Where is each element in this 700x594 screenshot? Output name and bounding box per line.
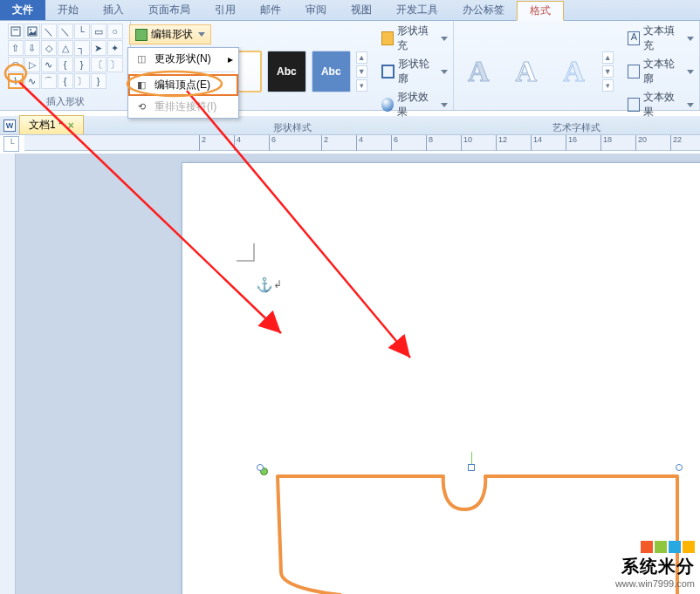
shape-outline-button[interactable]: 形状轮廓 [381, 57, 448, 86]
shapes-gallery[interactable]: ＼ ＼ └ ▭ ○ ⇧ ⇩ ◇ △ ┐ ➤ ✦ ◠ ▷ ∿ { } 〔 〕 ⌇ [8, 24, 123, 89]
shape-line2-icon[interactable]: ＼ [58, 24, 73, 39]
shape-triangle2-icon[interactable]: ▷ [24, 57, 40, 72]
ribbon-tab-strip: 文件 开始 插入 页面布局 引用 邮件 审阅 视图 开发工具 办公标签 格式 [0, 0, 700, 21]
svg-point-3 [30, 29, 31, 31]
shape-wave-icon[interactable]: ∿ [41, 57, 57, 72]
reroute-icon: ⟲ [134, 100, 149, 114]
shape-rbrace2-icon[interactable]: } [91, 73, 106, 89]
shape-bracket2-icon[interactable]: 〕 [74, 73, 90, 89]
chevron-down-icon [687, 37, 694, 41]
watermark-url: www.win7999.com [615, 578, 695, 589]
tab-mailings[interactable]: 邮件 [248, 0, 293, 20]
shape-textbox-icon[interactable] [8, 24, 24, 39]
vertical-ruler[interactable] [0, 154, 16, 594]
wordart-style-more[interactable]: ▲▼▾ [602, 51, 614, 92]
shape-arrow-down-icon[interactable]: ⇩ [24, 40, 40, 56]
edit-shape-dropdown: ◫ 更改形状(N) ▸ ◧ 编辑顶点(E) ⟲ 重排连接符(I) [127, 47, 239, 119]
text-effects-button[interactable]: 文本效果 [628, 90, 694, 119]
shape-circle-icon[interactable]: ○ [107, 24, 123, 39]
chevron-down-icon [441, 70, 448, 74]
edit-shape-label: 编辑形状 [151, 27, 193, 42]
shape-style-2[interactable]: Abc [267, 51, 306, 92]
group-insert-shapes-title: 插入形状 [46, 93, 85, 108]
shape-style-3[interactable]: Abc [312, 51, 351, 92]
close-icon[interactable]: × [68, 119, 74, 132]
shape-effects-button[interactable]: 形状效果 [381, 90, 448, 119]
text-fill-icon [628, 31, 641, 45]
group-wordart-styles-title: 艺术字样式 [552, 119, 600, 134]
chevron-down-icon [198, 32, 205, 37]
page-area[interactable]: ⚓ ↲ [16, 154, 700, 594]
shape-line-icon[interactable]: ＼ [41, 24, 57, 39]
shape-rect-icon[interactable]: ▭ [91, 24, 106, 39]
text-fill-button[interactable]: 文本填充 [628, 24, 694, 53]
wordart-style-3[interactable]: A [554, 51, 594, 92]
shape-elbow2-icon[interactable]: ┐ [74, 40, 90, 56]
watermark: 系统⽶分 www.win7999.com [615, 541, 695, 589]
tab-format[interactable]: 格式 [517, 1, 564, 21]
shape-image-icon[interactable] [24, 24, 40, 39]
tab-references[interactable]: 引用 [202, 0, 248, 20]
tab-file[interactable]: 文件 [0, 0, 45, 20]
change-shape-icon: ◫ [134, 52, 149, 66]
edit-points-icon: ◧ [134, 79, 149, 92]
wordart-style-1[interactable]: A [459, 51, 498, 92]
chevron-down-icon [441, 37, 448, 41]
menu-edit-points[interactable]: ◧ 编辑顶点(E) [128, 74, 238, 96]
shape-brace2-icon[interactable]: { [58, 73, 73, 89]
bucket-icon [381, 31, 395, 45]
shape-callout-icon[interactable]: ◠ [8, 57, 24, 72]
paragraph-mark-icon: ↲ [273, 278, 282, 290]
edit-shape-button[interactable]: 编辑形状 [129, 24, 211, 44]
menu-reroute-connectors: ⟲ 重排连接符(I) [128, 96, 238, 118]
ribbon: ＼ ＼ └ ▭ ○ ⇧ ⇩ ◇ △ ┐ ➤ ✦ ◠ ▷ ∿ { } 〔 〕 ⌇ [0, 21, 700, 111]
text-outline-button[interactable]: 文本轮廓 [628, 57, 694, 86]
shape-curve-icon[interactable]: ∿ [24, 73, 40, 89]
shape-arrowhead-icon[interactable]: ➤ [91, 40, 106, 56]
shape-arrow-up-icon[interactable]: ⇧ [8, 40, 24, 56]
text-effects-icon [628, 98, 641, 112]
edit-shape-icon [135, 29, 148, 41]
watermark-text: 系统⽶分 [615, 555, 695, 578]
text-outline-icon [628, 65, 641, 79]
tab-page-layout[interactable]: 页面布局 [136, 0, 202, 20]
tab-file-label: 文件 [12, 3, 33, 17]
document-tab[interactable]: 文档1 * × [19, 115, 84, 134]
document-tab-label: 文档1 * [29, 118, 63, 133]
workspace: ⚓ ↲ [0, 154, 700, 594]
tab-home[interactable]: 开始 [45, 0, 91, 20]
tab-view[interactable]: 视图 [339, 0, 384, 20]
margin-corner-icon [237, 243, 263, 270]
menu-separator [132, 72, 235, 72]
shape-rbracket-icon[interactable]: 〕 [107, 57, 123, 72]
shape-lbracket-icon[interactable]: 〔 [91, 57, 106, 72]
horizontal-ruler[interactable]: 2 4 6 2 4 6 8 10 12 14 16 18 20 22 [24, 135, 700, 151]
group-shape-styles-title: 形状样式 [273, 119, 312, 134]
tab-office-tabs[interactable]: 办公标签 [450, 0, 517, 20]
group-wordart-styles: A A A ▲▼▾ 文本填充 文本轮廓 文本效果 艺术字样式 [454, 21, 700, 110]
effects-icon [381, 98, 395, 112]
tab-developer[interactable]: 开发工具 [384, 0, 450, 20]
shape-star-icon[interactable]: ✦ [107, 40, 123, 56]
wordart-style-2[interactable]: A [507, 51, 546, 92]
shape-fill-button[interactable]: 形状填充 [381, 24, 448, 53]
word-doc-icon: W [3, 119, 16, 132]
shape-triangle-icon[interactable]: △ [58, 40, 73, 56]
tab-insert[interactable]: 插入 [91, 0, 136, 20]
shape-elbow-icon[interactable]: └ [74, 24, 90, 39]
anchor-icon: ⚓ [256, 277, 273, 293]
shape-rbrace-icon[interactable]: } [74, 57, 90, 72]
shape-arc-icon[interactable]: ⌒ [41, 73, 57, 89]
shape-style-more[interactable]: ▲▼▾ [356, 51, 367, 92]
shape-lbrace-icon[interactable]: { [58, 57, 73, 72]
menu-change-shape[interactable]: ◫ 更改形状(N) ▸ [128, 48, 238, 70]
group-insert-shapes: ＼ ＼ └ ▭ ○ ⇧ ⇩ ◇ △ ┐ ➤ ✦ ◠ ▷ ∿ { } 〔 〕 ⌇ [0, 21, 131, 110]
shape-freeform-icon[interactable]: ⌇ [8, 73, 24, 89]
shape-flowchart-icon[interactable]: ◇ [41, 40, 57, 56]
chevron-down-icon [441, 103, 448, 107]
pen-icon [381, 65, 395, 79]
svg-rect-0 [11, 27, 20, 36]
view-layout-icon[interactable]: └ [3, 136, 19, 152]
tab-review[interactable]: 审阅 [293, 0, 339, 20]
chevron-right-icon: ▸ [228, 53, 233, 65]
